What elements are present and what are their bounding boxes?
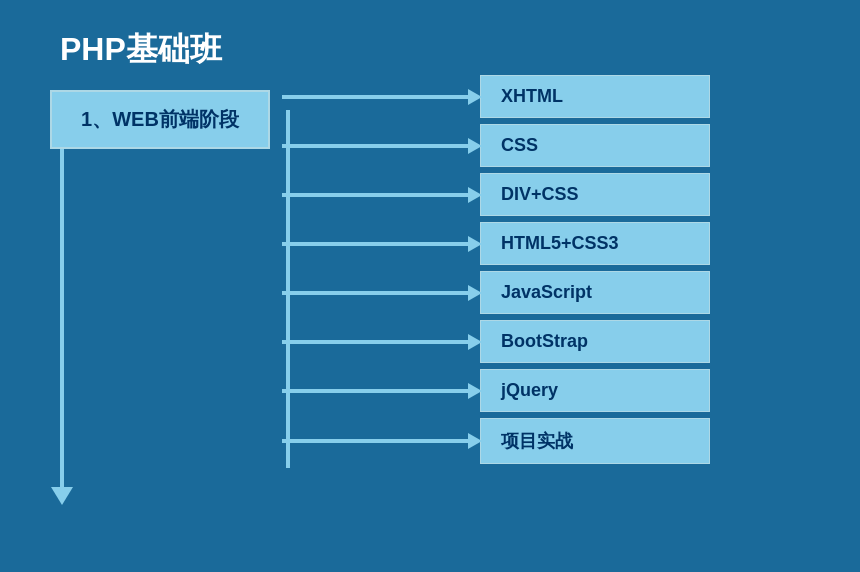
list-item: JavaScript xyxy=(480,271,710,314)
sub-item-box: HTML5+CSS3 xyxy=(480,222,710,265)
arrow-line xyxy=(282,389,468,393)
list-item: HTML5+CSS3 xyxy=(480,222,710,265)
sub-item-box: 项目实战 xyxy=(480,418,710,464)
sub-item-box: BootStrap xyxy=(480,320,710,363)
list-item: BootStrap xyxy=(480,320,710,363)
arrow-head-icon xyxy=(468,89,482,105)
main-node-box: 1、WEB前端阶段 xyxy=(50,90,270,149)
sub-item-box: DIV+CSS xyxy=(480,173,710,216)
sub-item-box: CSS xyxy=(480,124,710,167)
arrow-head-icon xyxy=(468,187,482,203)
list-item: jQuery xyxy=(480,369,710,412)
page-title: PHP基础班 xyxy=(60,28,222,72)
arrow-line xyxy=(282,144,468,148)
arrow-line xyxy=(282,439,468,443)
list-item: CSS xyxy=(480,124,710,167)
down-arrow-icon xyxy=(51,487,73,505)
arrow-line xyxy=(282,242,468,246)
sub-item-box: XHTML xyxy=(480,75,710,118)
arrow-head-icon xyxy=(468,334,482,350)
arrow-line xyxy=(282,340,468,344)
arrow-head-icon xyxy=(468,138,482,154)
list-item: XHTML xyxy=(480,75,710,118)
sub-item-box: JavaScript xyxy=(480,271,710,314)
sub-items-container: XHTML CSS DIV+CSS HTML5+CSS3 JavaScript xyxy=(480,75,710,464)
arrow-line xyxy=(282,193,468,197)
arrow-head-icon xyxy=(468,433,482,449)
arrow-line xyxy=(282,291,468,295)
list-item: 项目实战 xyxy=(480,418,710,464)
arrow-head-icon xyxy=(468,383,482,399)
vertical-connector-line xyxy=(60,90,64,490)
list-item: DIV+CSS xyxy=(480,173,710,216)
arrow-line xyxy=(282,95,468,99)
sub-item-box: jQuery xyxy=(480,369,710,412)
arrow-head-icon xyxy=(468,236,482,252)
arrow-head-icon xyxy=(468,285,482,301)
